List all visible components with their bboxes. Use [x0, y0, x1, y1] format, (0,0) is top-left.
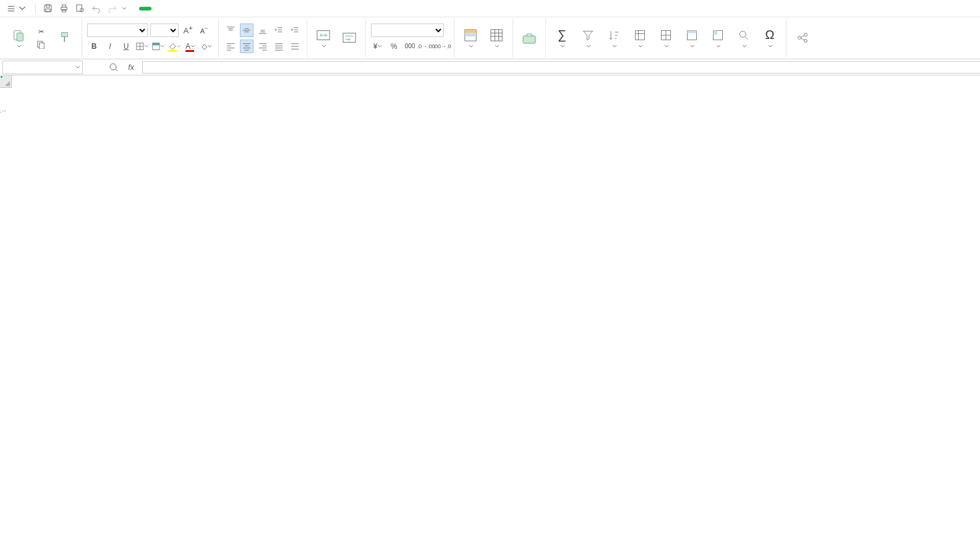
decrease-font-icon: A−	[200, 25, 208, 35]
sigma-icon: ∑	[555, 28, 569, 43]
increase-indent-icon	[291, 26, 299, 35]
save-icon	[43, 4, 53, 13]
decrease-indent-button[interactable]	[272, 23, 286, 37]
tab-data[interactable]	[203, 6, 206, 11]
svg-rect-11	[39, 43, 44, 49]
find-button[interactable]	[733, 27, 755, 50]
sum-button[interactable]: ∑	[551, 27, 573, 50]
table-style-icon	[489, 28, 504, 43]
align-right-button[interactable]	[256, 40, 270, 53]
ribbon-share	[786, 19, 819, 57]
cell-style-icon	[152, 42, 160, 51]
comma-icon: 000	[405, 43, 415, 49]
svg-rect-12	[61, 32, 67, 36]
align-top-button[interactable]	[224, 23, 237, 37]
dec-dec-icon: .00→.0	[433, 43, 451, 49]
align-middle-button[interactable]	[240, 23, 254, 37]
font-color-button[interactable]: A	[184, 40, 197, 53]
row-expand-marker[interactable]: 1↔	[0, 108, 6, 114]
format-button[interactable]	[629, 27, 651, 50]
formula-input[interactable]	[142, 61, 980, 74]
file-menu[interactable]	[4, 4, 30, 14]
svg-rect-15	[153, 43, 160, 45]
wrap-text-button[interactable]	[338, 29, 360, 48]
svg-point-32	[804, 39, 807, 42]
tab-review[interactable]	[217, 6, 219, 11]
align-left-button[interactable]	[224, 40, 237, 53]
select-all-corner[interactable]	[0, 75, 12, 88]
format-icon	[633, 28, 647, 43]
worksheet-button[interactable]	[681, 27, 703, 50]
decrease-indent-icon	[275, 26, 283, 35]
format-painter-button[interactable]	[54, 29, 77, 48]
wrap-icon	[342, 30, 357, 45]
font-family-select[interactable]	[87, 23, 148, 37]
svg-point-29	[739, 31, 746, 37]
share-button[interactable]	[791, 29, 814, 48]
save-button[interactable]	[41, 2, 54, 15]
chevron-down-icon	[17, 44, 22, 49]
chevron-down-icon	[75, 65, 80, 70]
name-box[interactable]	[2, 61, 83, 74]
percent-button[interactable]: %	[387, 40, 401, 53]
tab-insert[interactable]	[163, 6, 165, 11]
magnify-icon	[109, 62, 119, 72]
italic-button[interactable]: I	[103, 40, 117, 53]
sort-button[interactable]	[603, 27, 625, 50]
smart-toolbox-button[interactable]	[518, 29, 540, 48]
redo-icon	[108, 4, 117, 13]
merge-center-button[interactable]	[312, 27, 334, 50]
cut-button[interactable]: ✂	[33, 27, 51, 38]
paste-button[interactable]	[7, 27, 30, 50]
filter-button[interactable]	[577, 27, 599, 50]
ribbon-editing: ∑ Ω	[546, 19, 786, 57]
increase-font-button[interactable]: A+	[181, 23, 195, 37]
cell-style-button[interactable]	[151, 40, 165, 53]
increase-indent-button[interactable]	[288, 23, 302, 37]
currency-icon: ¥	[373, 42, 378, 51]
decrease-font-button[interactable]: A−	[197, 23, 211, 37]
increase-decimal-button[interactable]: .0→.00	[419, 40, 433, 53]
freeze-panes-button[interactable]	[707, 27, 729, 50]
copy-icon	[36, 40, 46, 49]
spreadsheet-grid: 1↔	[0, 75, 980, 549]
tab-doc-helper[interactable]	[285, 6, 288, 11]
bold-button[interactable]: B	[87, 40, 101, 53]
copy-button[interactable]	[33, 39, 51, 50]
font-size-select[interactable]	[150, 23, 179, 37]
comma-button[interactable]: 000	[403, 40, 417, 53]
print-button[interactable]	[58, 2, 70, 15]
qat-more-icon[interactable]	[122, 6, 127, 11]
tab-developer[interactable]	[258, 6, 260, 11]
table-style-button[interactable]	[485, 27, 508, 50]
undo-button[interactable]	[90, 2, 102, 15]
underline-button[interactable]: U	[119, 40, 133, 53]
conditional-format-button[interactable]	[459, 27, 482, 50]
fill-color-button[interactable]	[168, 40, 181, 53]
align-center-button[interactable]	[240, 40, 254, 53]
fx-button[interactable]: fx	[125, 61, 137, 74]
number-format-select[interactable]	[371, 23, 444, 37]
symbol-button[interactable]: Ω	[759, 27, 781, 50]
redo-button[interactable]	[106, 2, 118, 15]
tab-security[interactable]	[244, 6, 247, 11]
decrease-decimal-button[interactable]: .00→.0	[435, 40, 449, 53]
svg-rect-20	[465, 33, 476, 36]
tab-page-layout[interactable]	[176, 6, 179, 11]
tab-cloud[interactable]	[271, 6, 274, 11]
fill-color-icon	[168, 42, 177, 51]
sort-icon	[607, 28, 621, 43]
distribute-button[interactable]	[288, 40, 302, 53]
formula-bar-row: fx	[0, 59, 980, 75]
tab-formulas[interactable]	[190, 6, 192, 11]
rows-cols-button[interactable]	[655, 27, 677, 50]
tab-view[interactable]	[231, 6, 233, 11]
print-preview-button[interactable]	[74, 2, 86, 15]
align-bottom-button[interactable]	[256, 23, 270, 37]
zoom-formula-button[interactable]	[108, 61, 120, 74]
clear-format-button[interactable]: ◇	[200, 40, 213, 53]
currency-button[interactable]: ¥	[371, 40, 385, 53]
borders-button[interactable]	[135, 40, 149, 53]
justify-button[interactable]	[272, 40, 286, 53]
tab-home[interactable]	[139, 7, 151, 11]
